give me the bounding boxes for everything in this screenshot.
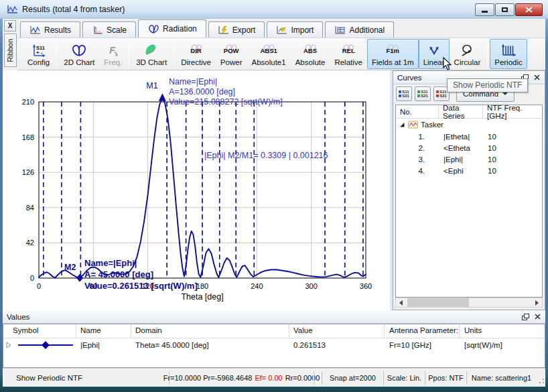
scroll-right-icon[interactable] (532, 298, 542, 307)
minimize-button[interactable] (475, 3, 494, 16)
button-label: Freq. (104, 58, 122, 66)
circular-icon (458, 43, 476, 58)
column-header-data-series: Data Series (439, 105, 483, 119)
status-fr-pr: Fr=10.0000 Pr=-5968.4648 (163, 374, 253, 382)
tree-group-tasker[interactable]: Tasker (396, 119, 542, 131)
value-antenna-parameter: Fr=10 [GHz] (389, 341, 431, 349)
main-area: 04284126168210060120180240300360Theta [d… (3, 70, 545, 310)
absolute1-icon: ABS1 (260, 43, 277, 58)
close-panel-icon (535, 314, 541, 320)
curves-row[interactable]: 2.<Etheta10 (396, 142, 542, 153)
tab-export[interactable]: Export (208, 21, 265, 38)
config-button[interactable]: S11 + - Config (23, 39, 54, 69)
ribbon-vertical-tab[interactable]: Ribbon (4, 34, 17, 67)
tree-expanded-icon (399, 122, 405, 128)
svg-text:210: 210 (22, 98, 34, 106)
directive-button[interactable]: DIR Directive (176, 39, 216, 69)
curves-cell: 1. (396, 133, 439, 141)
blue-mark-icon (399, 94, 401, 97)
column-header-name: Name (80, 326, 101, 334)
status-snap: Snap at=2000 (322, 371, 383, 385)
red-mark-icon (436, 90, 439, 93)
resize-grip[interactable] (536, 371, 545, 385)
icon-text: ABS (303, 47, 317, 54)
tab-results[interactable]: Results (20, 21, 80, 38)
value-units: [sqrt(W)/m] (464, 341, 502, 349)
absolute1-button[interactable]: ABS1 Absolute1 (247, 39, 291, 69)
curves-cell: |Etheta| (439, 133, 483, 141)
value-name: |Ephi| (80, 341, 100, 349)
curves-row[interactable]: 3.|Ephi|10 (396, 153, 542, 165)
chart-panel[interactable]: 04284126168210060120180240300360Theta [d… (3, 70, 390, 310)
float-panel-button[interactable] (520, 312, 531, 322)
s-label: S21 (439, 94, 447, 98)
curves-row[interactable]: 1.|Etheta|10 (396, 131, 542, 142)
tab-radiation[interactable]: Radiation (138, 19, 206, 38)
icon-text: REL (342, 47, 355, 54)
additional-icon (334, 25, 346, 35)
s-params-button-1[interactable]: S11 S21 (396, 86, 412, 101)
config-icon: S11 + - (30, 43, 48, 58)
curves-cell: 4. (396, 167, 439, 175)
blue-mark-icon (399, 90, 401, 93)
s-params-button-2[interactable]: S11 S21 (415, 86, 431, 101)
button-label: Relative (334, 58, 362, 66)
tab-additional[interactable]: Additional (325, 21, 394, 38)
ribbon-separator (129, 40, 129, 68)
curves-cell: 3. (396, 155, 439, 164)
curves-cell: 10 (483, 155, 542, 164)
close-icon (525, 7, 533, 13)
button-label: Absolute1 (252, 58, 286, 66)
row-expander-icon[interactable] (6, 342, 11, 350)
power-button[interactable]: POW Power (216, 39, 247, 69)
svg-text:42: 42 (26, 239, 34, 247)
svg-text:240: 240 (251, 282, 263, 290)
column-header-value: Value (293, 326, 313, 334)
scroll-left-icon[interactable] (396, 298, 406, 307)
svg-text:Name=|Ephi|: Name=|Ephi| (169, 77, 217, 86)
close-button[interactable] (515, 3, 543, 16)
export-icon (218, 25, 229, 35)
ribbon-separator (487, 40, 488, 68)
red-mark-icon (436, 94, 439, 97)
maximize-button[interactable] (495, 3, 515, 16)
circular-button[interactable]: Circular (450, 39, 486, 69)
tab-scale[interactable]: 1 0.1 Scale (82, 21, 136, 38)
green-mark-icon (417, 94, 420, 97)
tooltip-show-periodic-ntf: Show Periodic NTF (447, 78, 528, 92)
close-panel-button[interactable] (532, 312, 543, 322)
absolute-button[interactable]: ABS Absolute (291, 39, 330, 69)
fields-at-1m-button[interactable]: F1m Fields at 1m (367, 39, 419, 69)
freq-button[interactable]: F Freq. (99, 39, 127, 69)
values-table-header: Symbol Name Domain Value Antenna Paramet… (3, 324, 545, 338)
annotation-m2-readout: Name=|Ephi|A= 45.0000 [deg]Value=0.26151… (84, 258, 198, 291)
relative-button[interactable]: REL Relative (330, 39, 367, 69)
scale-icon: 1 0.1 (92, 25, 103, 35)
annotation-m1-readout: Name=|Ephi|A=136.0000 [deg]Value=215.088… (169, 77, 283, 107)
scrollbar-thumb[interactable] (407, 298, 469, 307)
marker-m1[interactable]: M1 (146, 81, 166, 101)
periodic-button[interactable]: Periodic (490, 39, 527, 69)
horizontal-scrollbar[interactable] (395, 298, 543, 308)
group-label: Tasker (421, 121, 443, 129)
tab-import[interactable]: Import (267, 21, 323, 38)
radiation-pattern-icon (147, 24, 159, 34)
curves-cell: 10 (483, 144, 542, 152)
svg-text:126: 126 (22, 168, 34, 176)
3d-chart-button[interactable]: 3D Chart (131, 39, 172, 69)
curves-panel-title: Curves (397, 74, 421, 82)
close-panel-button[interactable] (531, 73, 542, 82)
2d-chart-icon (70, 43, 88, 58)
column-header-no: No. (396, 105, 439, 119)
values-row[interactable]: |Ephi| Theta= 45.0000 [deg] 0.261513 Fr=… (3, 338, 545, 352)
svg-text:Value=215.088272 [sqrt(W)/m]: Value=215.088272 [sqrt(W)/m] (169, 97, 283, 107)
2d-chart-button[interactable]: 2D Chart (59, 39, 99, 69)
status-empty-segment (314, 371, 322, 385)
curves-list: No. Data Series NTF Freq. [GHz] Tasker (395, 105, 543, 298)
curves-row[interactable]: 4.<Ephi10 (396, 165, 542, 176)
button-label: 3D Chart (136, 58, 167, 66)
curves-cell: |Ephi| (439, 155, 483, 164)
button-label: Circular (454, 58, 481, 66)
import-icon (276, 25, 287, 35)
chart-folder-icon (408, 121, 418, 129)
